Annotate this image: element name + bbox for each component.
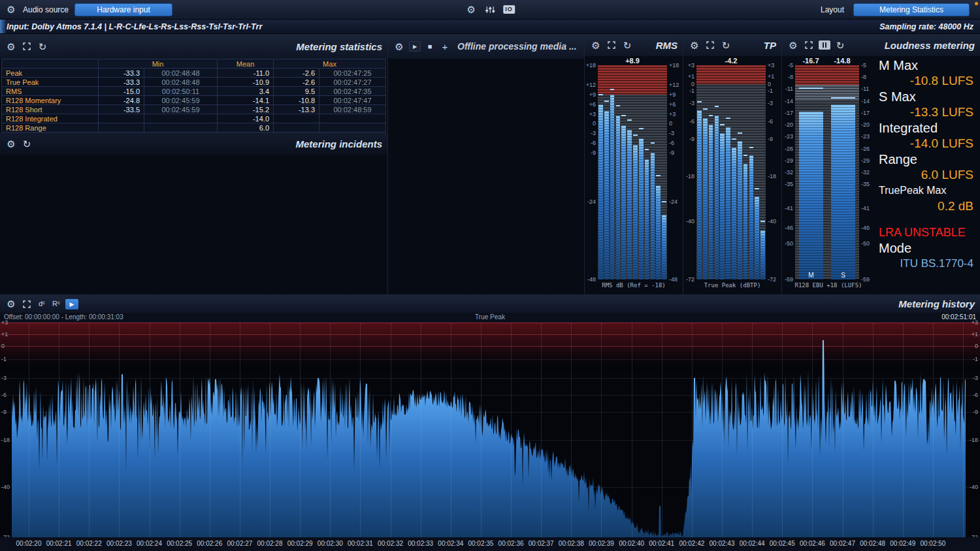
panel-title: Metering history (898, 298, 975, 309)
stats-table-row: R128 Range6.0 (2, 123, 386, 133)
history-header: ⚙ dᶜ Rᶜ ▶ Metering history (0, 295, 980, 313)
s-max-label: S Max (879, 89, 973, 104)
loudness-scale-label: R128 EBU +18 (LUFS) (782, 282, 875, 289)
refresh-icon[interactable]: ↻ (37, 40, 48, 52)
time-label: 00:02:28 (257, 540, 283, 547)
gear-icon[interactable]: ⚙ (5, 4, 17, 16)
time-label: 00:02:23 (106, 540, 132, 547)
gear-icon[interactable]: ⚙ (787, 39, 799, 51)
add-media-icon[interactable]: + (439, 40, 451, 52)
col-min: Min (99, 59, 218, 69)
stats-table-row: R128 Short-33.500:02:45:59-15.2-13.300:0… (2, 105, 386, 114)
transport-group: ⚙ IO (465, 4, 515, 16)
truepeak-max-label: TruePeak Max (879, 183, 973, 198)
hardware-input-button[interactable]: Hardware input (74, 3, 172, 16)
play-icon[interactable]: ▶ (65, 299, 78, 309)
offline-processing-panel: ⚙ ▶ ■ + Offline processing media ... (388, 34, 585, 294)
panel-title: Metering incidents (295, 138, 382, 150)
time-label: 00:02:26 (197, 540, 222, 547)
time-label: 00:02:41 (649, 540, 674, 547)
loudness-meter-bars: MS (795, 65, 859, 279)
truepeak-history-waveform[interactable] (0, 323, 980, 537)
gear-icon[interactable]: ⚙ (5, 298, 17, 310)
refresh-icon[interactable]: ↻ (621, 39, 633, 51)
stats-table-row: RMS-15.000:02:50:113.49.500:02:47:35 (2, 87, 386, 96)
rc-weighting-icon[interactable]: Rᶜ (51, 298, 61, 310)
time-label: 00:02:47 (830, 540, 855, 547)
gear-icon[interactable]: ⚙ (689, 39, 700, 51)
time-label: 00:02:29 (287, 540, 313, 547)
expand-icon[interactable] (803, 39, 815, 51)
io-routing-icon[interactable]: IO (503, 5, 515, 14)
time-axis: 00:02:2000:02:2100:02:2200:02:2300:02:24… (0, 537, 980, 551)
tp-header: ⚙ ↻ TP (683, 34, 781, 56)
audio-source-label: Audio source (23, 5, 69, 14)
status-led (975, 2, 978, 5)
statistics-header: ⚙ ↻ Metering statistics (0, 34, 387, 59)
loudness-metering-panel: ⚙ ↻ Loudness metering -16.7 -14.8 -5-8-1… (782, 34, 980, 294)
top-bar: ⚙ Audio source Hardware input ⚙ IO Layou… (0, 0, 980, 20)
col-max: Max (274, 59, 386, 69)
mode-value: ITU BS.1770-4 (879, 256, 973, 272)
offline-header: ⚙ ▶ ■ + Offline processing media ... (388, 34, 584, 59)
statistics-table: Min Mean Max Peak-33.300:02:48:48-11.0-2… (1, 59, 386, 133)
dc-weighting-icon[interactable]: dᶜ (37, 298, 47, 310)
short-readout: -14.8 (826, 57, 858, 65)
time-label: 00:02:32 (378, 540, 403, 547)
range-label: Range (879, 151, 973, 167)
time-label: 00:02:25 (167, 540, 192, 547)
history-info-row: Offset: 00:00:00:00 - Length: 00:00:31:0… (0, 313, 980, 323)
statistics-table-header: Min Mean Max (2, 59, 386, 69)
time-label: 00:02:33 (408, 540, 433, 547)
gear-icon[interactable]: ⚙ (590, 39, 602, 51)
expand-icon[interactable] (21, 298, 33, 310)
sliders-icon[interactable] (484, 4, 496, 16)
expand-icon[interactable] (606, 39, 617, 51)
metering-statistics-button[interactable]: Metering Statistics (853, 3, 970, 16)
time-label: 00:02:39 (589, 540, 614, 547)
time-label: 00:02:34 (438, 540, 463, 547)
metering-statistics-panel: ⚙ ↻ Metering statistics Min Mean Max Pea… (0, 34, 388, 294)
m-max-value: -10.8 LUFS (879, 73, 973, 89)
rms-scale-label: RMS dB (Ref = -18) (585, 282, 683, 289)
layout-button[interactable]: Layout (821, 5, 844, 14)
expand-icon[interactable] (21, 40, 33, 52)
gear-icon[interactable]: ⚙ (465, 4, 477, 16)
panel-title: RMS (656, 40, 678, 51)
pause-icon[interactable] (819, 40, 830, 50)
lra-warning: LRA UNSTABLE (879, 225, 973, 240)
tp-scale-right: +3+10-1-3-6-9-18-40-72 (766, 65, 781, 279)
refresh-icon[interactable]: ↻ (21, 138, 33, 150)
layout-group: Layout Metering Statistics (821, 3, 980, 16)
refresh-icon[interactable]: ↻ (720, 39, 732, 51)
loudness-readouts: M Max -10.8 LUFS S Max -13.3 LUFS Integr… (875, 56, 980, 294)
rms-scale-left: +18+12+9+6+30-3-6-9-24-48 (585, 65, 598, 279)
time-label: 00:02:48 (860, 540, 885, 547)
time-label: 00:02:24 (137, 540, 162, 547)
gear-icon[interactable]: ⚙ (5, 138, 17, 150)
s-max-value: -13.3 LUFS (879, 104, 973, 120)
metering-history-panel: ⚙ dᶜ Rᶜ ▶ Metering history Offset: 00:00… (0, 294, 980, 551)
panel-title: TP (764, 40, 776, 51)
play-icon[interactable]: ▶ (409, 41, 421, 52)
time-label: 00:02:44 (740, 540, 765, 547)
loudness-body: -16.7 -14.8 -5-8-11-14-17-20-23-26-29-32… (782, 56, 980, 294)
time-label: 00:02:31 (348, 540, 373, 547)
expand-icon[interactable] (704, 39, 716, 51)
stats-table-row: R128 Integrated-14.0 (2, 114, 386, 123)
time-label: 00:02:37 (529, 540, 554, 547)
panel-title: Offline processing media ... (457, 41, 577, 52)
truepeak-meter-panel: ⚙ ↻ TP -4.2 +3+10-1-3-6-9-18-40-72 +3+10… (683, 34, 782, 294)
input-info-bar: Input: Dolby Atmos 7.1.4 | L-R-C-Lfe-Ls-… (0, 20, 980, 34)
gear-icon[interactable]: ⚙ (393, 40, 405, 52)
stop-icon[interactable]: ■ (425, 40, 435, 52)
loudness-header: ⚙ ↻ Loudness metering (782, 34, 980, 56)
refresh-icon[interactable]: ↻ (834, 39, 846, 51)
time-label: 00:02:35 (468, 540, 493, 547)
rms-scale-right: +18+12+9+6+30-3-6-9-24-48 (667, 65, 683, 279)
time-label: 00:02:21 (46, 540, 72, 547)
col-mean: Mean (218, 59, 274, 69)
panel-title: Metering statistics (296, 41, 382, 52)
loudness-scale-right: -5-8-11-14-17-20-23-26-29-32-35-41-46-50… (859, 65, 875, 279)
gear-icon[interactable]: ⚙ (5, 40, 17, 52)
